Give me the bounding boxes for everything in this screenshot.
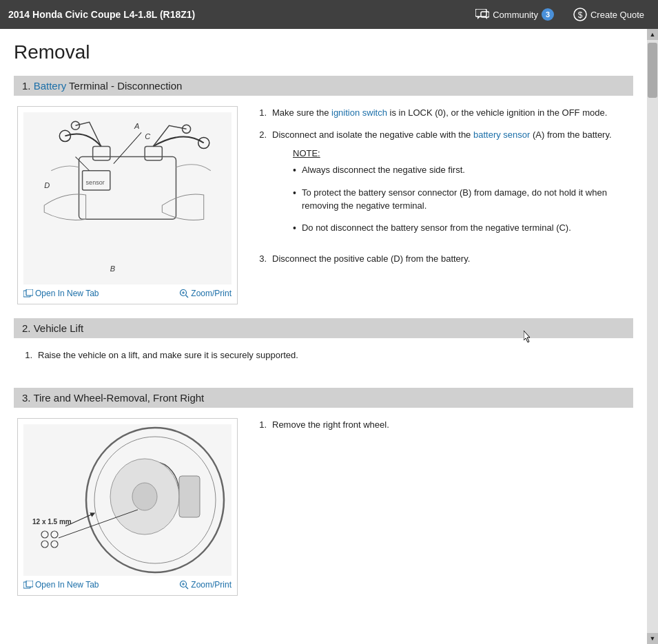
note-text-1: Always disconnect the negative side firs…	[302, 163, 465, 178]
wheel-step-num-1: 1.	[251, 418, 267, 432]
wheel-instruction-list: 1. Remove the right front wheel.	[251, 418, 630, 432]
header-actions: Community 3 $ Create Quote	[470, 5, 650, 24]
battery-instruction-list: 1. Make sure the ignition switch is in L…	[251, 106, 630, 265]
battery-link[interactable]: Battery	[34, 80, 67, 92]
section-3-header: 3. Tire and Wheel-Removal, Front Right	[14, 388, 633, 408]
step-3-text: Disconnect the positive cable (D) from t…	[272, 252, 470, 266]
lift-step-1-text: Raise the vehicle on a lift, and make su…	[38, 349, 298, 362]
note-item-3: • Do not disconnect the battery sensor f…	[293, 221, 630, 236]
scrollbar-down-arrow[interactable]: ▼	[647, 633, 658, 644]
open-new-tab-label-3: Open In New Tab	[35, 580, 99, 590]
zoom-icon-3	[179, 580, 189, 590]
zoom-print-label-3: Zoom/Print	[191, 580, 232, 590]
open-new-tab-link-1[interactable]: Open In New Tab	[23, 289, 99, 298]
bullet-1: •	[293, 163, 296, 178]
svg-line-25	[186, 295, 189, 298]
note-text-3: Do not disconnect the battery sensor fro…	[302, 221, 571, 236]
section-vehicle-lift: 2. Vehicle Lift 1. Raise the vehicle on …	[14, 318, 633, 384]
section-1-content: A C D B	[14, 106, 633, 304]
battery-svg: A C D B	[23, 112, 232, 284]
svg-text:C: C	[145, 132, 151, 141]
battery-step-2: 2. Disconnect and isolate the negative c…	[251, 128, 630, 244]
battery-diagram-box: A C D B	[17, 106, 238, 304]
note-text-2: To protect the battery sensor connector …	[302, 186, 630, 213]
community-label: Community	[493, 10, 538, 20]
section-3-title: 3. Tire and Wheel-Removal, Front Right	[22, 392, 204, 404]
step-1-text: Make sure the ignition switch is in LOCK…	[272, 106, 607, 120]
section-battery-terminal: 1. Battery Terminal - Disconnection A C …	[14, 76, 633, 304]
bullet-3: •	[293, 221, 296, 236]
create-quote-button[interactable]: $ Create Quote	[568, 5, 650, 24]
wheel-step-1: 1. Remove the right front wheel.	[251, 418, 630, 432]
wheel-step-1-text: Remove the right front wheel.	[272, 418, 389, 432]
step-num-1: 1.	[251, 106, 267, 120]
svg-text:D: D	[44, 181, 50, 189]
svg-text:12 x 1.5 mm: 12 x 1.5 mm	[32, 518, 72, 526]
svg-text:B: B	[110, 264, 115, 273]
section-3-content: 12 x 1.5 mm	[14, 418, 633, 596]
note-item-1: • Always disconnect the negative side fi…	[293, 163, 630, 178]
wheel-svg: 12 x 1.5 mm	[23, 424, 232, 576]
battery-instructions: 1. Make sure the ignition switch is in L…	[251, 106, 630, 304]
bullet-2: •	[293, 186, 296, 213]
zoom-print-link-1[interactable]: Zoom/Print	[179, 289, 232, 298]
scrollbar[interactable]: ▲ ▼	[647, 29, 658, 644]
quote-icon: $	[573, 8, 587, 21]
create-quote-label: Create Quote	[590, 10, 644, 20]
section-2-header: 2. Vehicle Lift	[14, 318, 633, 338]
zoom-icon	[179, 289, 189, 298]
battery-diagram-image: A C D B	[23, 112, 232, 284]
header-bar: 2014 Honda Civic Coupe L4-1.8L (R18Z1) C…	[0, 0, 658, 29]
step-2-text: Disconnect and isolate the negative cabl…	[272, 129, 612, 140]
content-area[interactable]: Removal 1. Battery Terminal - Disconnect…	[0, 29, 647, 644]
open-new-tab-label-1: Open In New Tab	[35, 289, 99, 298]
note-block: NOTE: • Always disconnect the negative s…	[293, 147, 630, 236]
section-2-title: 2. Vehicle Lift	[22, 322, 83, 334]
svg-line-51	[186, 586, 189, 589]
step-2-content: Disconnect and isolate the negative cabl…	[272, 128, 630, 244]
lift-instructions: 1. Raise the vehicle on a lift, and make…	[17, 349, 630, 362]
lift-step-num-1: 1.	[17, 349, 32, 362]
main-wrapper: Removal 1. Battery Terminal - Disconnect…	[0, 29, 658, 644]
section-tire-wheel: 3. Tire and Wheel-Removal, Front Right	[14, 388, 633, 596]
wheel-diagram-box: 12 x 1.5 mm	[17, 418, 238, 596]
wheel-instructions: 1. Remove the right front wheel.	[251, 418, 630, 596]
svg-text:sensor: sensor	[86, 179, 105, 186]
ignition-switch-link[interactable]: ignition switch	[331, 107, 387, 118]
battery-diagram-links: Open In New Tab Zoom/Print	[23, 289, 232, 298]
section-1-number: 1.	[22, 80, 34, 92]
community-icon	[475, 9, 489, 20]
svg-text:$: $	[578, 10, 583, 20]
section-2-content: 1. Raise the vehicle on a lift, and make…	[14, 349, 633, 384]
lift-step-1: 1. Raise the vehicle on a lift, and make…	[17, 349, 630, 362]
lift-instruction-list: 1. Raise the vehicle on a lift, and make…	[17, 349, 630, 362]
page-title: Removal	[14, 41, 633, 63]
note-list: • Always disconnect the negative side fi…	[293, 163, 630, 236]
note-item-2: • To protect the battery sensor connecto…	[293, 186, 630, 213]
battery-step-1: 1. Make sure the ignition switch is in L…	[251, 106, 630, 120]
open-tab-icon	[23, 289, 33, 298]
wheel-diagram-image: 12 x 1.5 mm	[23, 424, 232, 576]
battery-sensor-link[interactable]: battery sensor	[473, 129, 530, 140]
open-new-tab-link-3[interactable]: Open In New Tab	[23, 580, 99, 590]
svg-marker-3	[485, 17, 487, 19]
wheel-diagram-links: Open In New Tab Zoom/Print	[23, 580, 232, 590]
open-tab-icon-3	[23, 581, 33, 589]
step-num-3: 3.	[251, 252, 267, 266]
svg-rect-40	[179, 476, 200, 517]
zoom-print-label-1: Zoom/Print	[191, 289, 232, 298]
scrollbar-up-arrow[interactable]: ▲	[647, 29, 658, 40]
scrollbar-thumb[interactable]	[648, 43, 657, 98]
svg-point-39	[132, 483, 157, 510]
zoom-print-link-3[interactable]: Zoom/Print	[179, 580, 232, 590]
community-badge: 3	[542, 8, 554, 21]
community-button[interactable]: Community 3	[470, 6, 559, 23]
note-label: NOTE:	[293, 147, 630, 160]
svg-rect-23	[26, 289, 33, 295]
vehicle-title: 2014 Honda Civic Coupe L4-1.8L (R18Z1)	[8, 9, 195, 20]
section-1-header: 1. Battery Terminal - Disconnection	[14, 76, 633, 96]
step-num-2: 2.	[251, 128, 267, 244]
svg-rect-49	[26, 581, 33, 587]
battery-step-3: 3. Disconnect the positive cable (D) fro…	[251, 252, 630, 266]
section-1-title-suffix: Terminal - Disconnection	[66, 80, 182, 92]
